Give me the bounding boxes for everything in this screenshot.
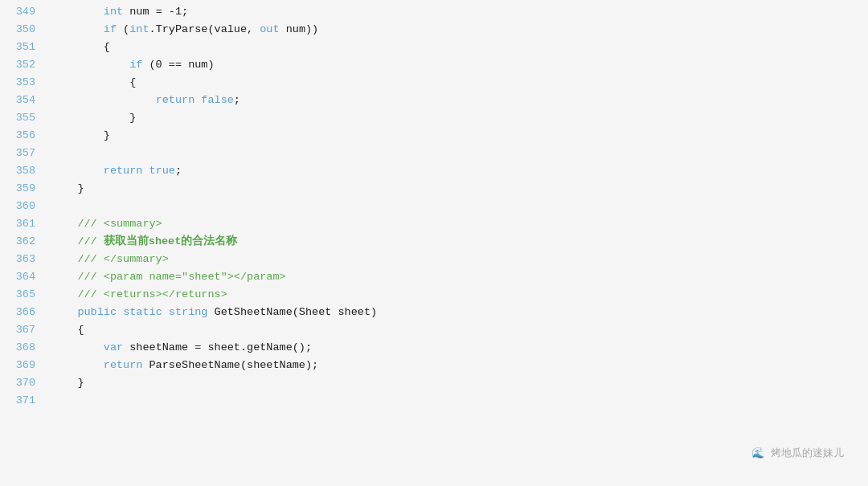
code-line (51, 145, 868, 162)
code-line: /// <param name="sheet"></param> (51, 268, 868, 286)
line-number: 349 (0, 3, 35, 21)
code-token: { (51, 41, 110, 53)
code-token (51, 341, 104, 353)
code-token (51, 359, 104, 371)
code-lines: int num = -1; if (int.TryParse(value, ou… (48, 3, 868, 483)
code-token: public (77, 306, 117, 318)
code-token: } (51, 112, 136, 124)
code-token: string (169, 306, 208, 318)
line-number: 356 (0, 127, 35, 145)
line-number: 364 (0, 268, 35, 286)
code-token: int (104, 6, 123, 18)
code-token: .TryParse(value, (149, 23, 260, 35)
code-line: /// <summary> (51, 215, 868, 233)
code-token: static (123, 306, 162, 318)
code-line: { (51, 321, 868, 339)
code-container: 3493503513523533543553563573583593603613… (0, 0, 868, 486)
code-token (117, 306, 123, 318)
line-number: 358 (0, 162, 35, 180)
line-number: 353 (0, 74, 35, 92)
code-token (51, 271, 77, 283)
code-line: } (51, 109, 868, 127)
code-token: true (149, 165, 175, 177)
code-line: } (51, 374, 868, 392)
code-token (51, 94, 156, 106)
code-token: GetSheetName(Sheet sheet) (207, 306, 377, 318)
watermark-icon: 🌊 (751, 444, 764, 462)
code-token: return (104, 165, 143, 177)
line-number: 359 (0, 180, 35, 198)
line-number: 366 (0, 304, 35, 321)
code-token: } (51, 377, 84, 389)
line-number: 368 (0, 339, 35, 357)
code-line: return false; (51, 92, 868, 109)
code-token: ( (117, 23, 129, 35)
line-number: 354 (0, 92, 35, 109)
code-token: 获取当前sheet的合法名称 (104, 235, 238, 247)
code-line: } (51, 180, 868, 198)
line-number: 363 (0, 251, 35, 268)
code-line: } (51, 127, 868, 145)
code-token: return (156, 94, 195, 106)
code-line: if (0 == num) (51, 56, 868, 74)
code-line: /// <returns></returns> (51, 286, 868, 304)
line-number: 367 (0, 321, 35, 339)
code-line: int num = -1; (51, 3, 868, 21)
code-token: var (104, 341, 123, 353)
line-number: 365 (0, 286, 35, 304)
line-number: 370 (0, 374, 35, 392)
code-token: { (51, 324, 84, 336)
code-token: num)) (280, 23, 319, 35)
code-line (51, 392, 868, 410)
code-token: out (260, 23, 279, 35)
code-token (51, 288, 77, 300)
line-number: 355 (0, 109, 35, 127)
code-token: int (129, 23, 149, 35)
code-token (51, 306, 77, 318)
line-number: 362 (0, 233, 35, 251)
code-line: var sheetName = sheet.getName(); (51, 339, 868, 357)
code-token: /// <returns></returns> (77, 288, 227, 300)
code-line: { (51, 39, 868, 56)
code-token: { (51, 76, 136, 88)
line-number: 371 (0, 392, 35, 410)
line-number: 352 (0, 56, 35, 74)
code-line: if (int.TryParse(value, out num)) (51, 21, 868, 39)
code-token (142, 165, 149, 177)
line-numbers: 3493503513523533543553563573583593603613… (0, 3, 48, 483)
line-number: 369 (0, 357, 35, 374)
code-token: ; (234, 94, 240, 106)
code-token (51, 253, 77, 265)
code-line (51, 198, 868, 215)
code-token: } (51, 129, 110, 141)
code-token: /// <param name="sheet"></param> (77, 271, 285, 283)
code-token (51, 59, 129, 71)
code-token: } (51, 182, 84, 194)
code-token: /// <summary> (77, 218, 162, 230)
code-token: ParseSheetName(sheetName); (142, 359, 318, 371)
code-token (51, 235, 77, 247)
code-token: false (201, 94, 234, 106)
code-token (162, 306, 169, 318)
code-token (51, 23, 104, 35)
code-line: /// </summary> (51, 251, 868, 268)
code-token: /// </summary> (77, 253, 168, 265)
code-token: sheetName = sheet.getName(); (123, 341, 312, 353)
code-token: ; (175, 165, 182, 177)
code-token: /// (77, 235, 103, 247)
watermark: 🌊 烤地瓜的迷妹儿 (751, 444, 844, 462)
code-line: public static string GetSheetName(Sheet … (51, 304, 868, 321)
line-number: 361 (0, 215, 35, 233)
line-number: 351 (0, 39, 35, 56)
line-number: 357 (0, 145, 35, 162)
code-line: return ParseSheetName(sheetName); (51, 357, 868, 374)
code-token: if (129, 59, 142, 71)
line-number: 350 (0, 21, 35, 39)
code-token: return (104, 359, 143, 371)
watermark-text: 烤地瓜的迷妹儿 (771, 447, 844, 459)
line-number: 360 (0, 198, 35, 215)
code-line: { (51, 74, 868, 92)
code-token: if (104, 23, 117, 35)
code-token (51, 6, 104, 18)
code-token (51, 218, 77, 230)
